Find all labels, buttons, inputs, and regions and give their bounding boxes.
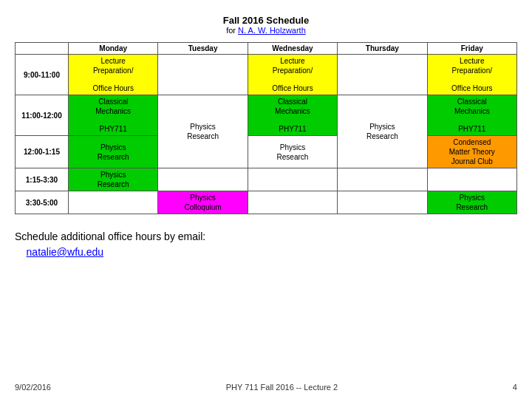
table-row: 3:30-5:00 Physics Colloquium Phy	[16, 191, 517, 214]
time-slot-1: 9:00-11:00	[16, 55, 69, 95]
monday-cell-3: Physics Research	[69, 136, 158, 168]
time-header	[16, 43, 69, 55]
wednesday-cell-4	[248, 168, 337, 191]
friday-cell-2: Classical Mechanics PHY711	[427, 95, 516, 136]
friday-header: Friday	[427, 43, 516, 55]
wednesday-cell-1: Lecture Preparation/ Office Hours	[248, 55, 337, 95]
header: Fall 2016 Schedule for N. A. W. Holzwart…	[223, 15, 309, 35]
schedule-subtitle: for N. A. W. Holzwarth	[223, 26, 309, 35]
schedule-table: Monday Tuesday Wednesday Thursday Friday…	[15, 42, 517, 214]
tuesday-header: Tuesday	[158, 43, 248, 55]
time-slot-2: 11:00-12:00	[16, 95, 69, 136]
thursday-cell-5	[338, 191, 427, 214]
time-slot-4: 1:15-3:30	[16, 168, 69, 191]
monday-cell-4: Physics Research	[69, 168, 158, 191]
subtitle-prefix: for	[226, 26, 238, 35]
bottom-page: 4	[513, 383, 517, 392]
table-row: 9:00-11:00 Lecture Preparation/ Office H…	[16, 55, 517, 95]
time-slot-3: 12:00-1:15	[16, 136, 69, 168]
table-row: 1:15-3:30 Physics Research	[16, 168, 517, 191]
email-link[interactable]: natalie@wfu.edu	[27, 246, 104, 258]
thursday-cell-4	[338, 168, 427, 191]
footer-text: Schedule additional office hours by emai…	[15, 229, 517, 260]
thursday-cell-2: Physics Research	[338, 95, 427, 168]
thursday-header: Thursday	[338, 43, 427, 55]
tuesday-cell-4	[158, 168, 248, 191]
wednesday-cell-2: Classical Mechanics PHY711	[248, 95, 337, 136]
table-row: 12:00-1:15 Physics Research Physics Rese…	[16, 136, 517, 168]
tuesday-cell-5: Physics Colloquium	[158, 191, 248, 214]
footer-line1: Schedule additional office hours by emai…	[15, 231, 205, 242]
professor-link[interactable]: N. A. W. Holzwarth	[238, 26, 306, 35]
wednesday-header: Wednesday	[248, 43, 337, 55]
table-row: 11:00-12:00 Classical Mechanics PHY711 P…	[16, 95, 517, 136]
monday-cell-2: Classical Mechanics PHY711	[69, 95, 158, 136]
page: Fall 2016 Schedule for N. A. W. Holzwart…	[0, 0, 532, 399]
bottom-bar: 9/02/2016 PHY 711 Fall 2016 -- Lecture 2…	[15, 377, 517, 392]
schedule-title: Fall 2016 Schedule	[223, 15, 309, 26]
friday-cell-1: Lecture Preparation/ Office Hours	[427, 55, 516, 95]
time-slot-5: 3:30-5:00	[16, 191, 69, 214]
friday-cell-4	[427, 168, 516, 191]
monday-header: Monday	[69, 43, 158, 55]
monday-cell-5	[69, 191, 158, 214]
tuesday-cell-1	[158, 55, 248, 95]
friday-cell-5: Physics Research	[427, 191, 516, 214]
friday-cell-3: Condensed Matter Theory Journal Club	[427, 136, 516, 168]
bottom-center: PHY 711 Fall 2016 -- Lecture 2	[226, 383, 338, 392]
bottom-date: 9/02/2016	[15, 383, 51, 392]
tuesday-cell-2: Physics Research	[158, 95, 248, 168]
wednesday-cell-5	[248, 191, 337, 214]
monday-cell-1: Lecture Preparation/ Office Hours	[69, 55, 158, 95]
thursday-cell-1	[338, 55, 427, 95]
wednesday-cell-3: Physics Research	[248, 136, 337, 168]
